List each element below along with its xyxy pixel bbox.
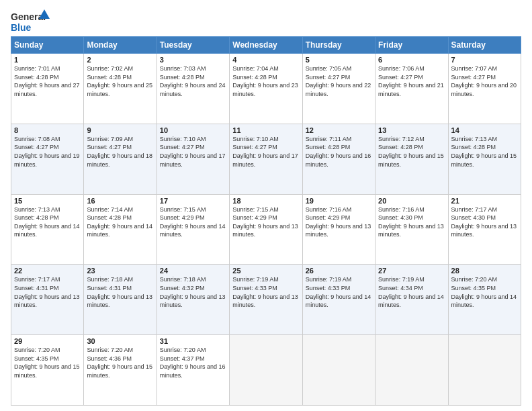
- day-number: 4: [232, 56, 299, 64]
- day-number: 6: [378, 56, 445, 64]
- calendar-cell: 17Sunrise: 7:15 AMSunset: 4:29 PMDayligh…: [157, 194, 229, 265]
- calendar-cell: 19Sunrise: 7:16 AMSunset: 4:29 PMDayligh…: [302, 194, 375, 265]
- calendar-cell: 10Sunrise: 7:10 AMSunset: 4:27 PMDayligh…: [157, 124, 229, 194]
- day-number: 19: [306, 197, 372, 205]
- day-info: Sunrise: 7:06 AMSunset: 4:27 PMDaylight:…: [378, 64, 445, 98]
- day-number: 16: [87, 197, 153, 205]
- day-number: 31: [160, 337, 226, 345]
- day-number: 3: [160, 56, 226, 64]
- calendar-cell: 18Sunrise: 7:15 AMSunset: 4:29 PMDayligh…: [230, 194, 302, 265]
- calendar-week-4: 22Sunrise: 7:17 AMSunset: 4:31 PMDayligh…: [11, 265, 521, 335]
- day-number: 21: [451, 197, 518, 205]
- calendar-table: SundayMondayTuesdayWednesdayThursdayFrid…: [11, 36, 521, 406]
- calendar-cell: 31Sunrise: 7:20 AMSunset: 4:37 PMDayligh…: [157, 335, 229, 406]
- header-day-tuesday: Tuesday: [157, 37, 229, 54]
- calendar-cell: 8Sunrise: 7:08 AMSunset: 4:27 PMDaylight…: [11, 124, 84, 194]
- calendar-cell: 24Sunrise: 7:18 AMSunset: 4:32 PMDayligh…: [157, 265, 229, 335]
- calendar-cell: 13Sunrise: 7:12 AMSunset: 4:28 PMDayligh…: [375, 124, 448, 194]
- calendar-cell: 28Sunrise: 7:20 AMSunset: 4:35 PMDayligh…: [448, 265, 521, 335]
- day-number: 20: [378, 197, 445, 205]
- calendar-cell: 9Sunrise: 7:09 AMSunset: 4:27 PMDaylight…: [84, 124, 157, 194]
- header-day-saturday: Saturday: [448, 37, 521, 54]
- calendar-cell: 29Sunrise: 7:20 AMSunset: 4:35 PMDayligh…: [11, 335, 84, 406]
- day-info: Sunrise: 7:13 AMSunset: 4:28 PMDaylight:…: [14, 205, 81, 239]
- day-number: 1: [14, 56, 81, 64]
- day-info: Sunrise: 7:11 AMSunset: 4:28 PMDaylight:…: [306, 135, 372, 169]
- day-info: Sunrise: 7:08 AMSunset: 4:27 PMDaylight:…: [14, 135, 81, 169]
- day-number: 23: [87, 267, 153, 275]
- day-info: Sunrise: 7:01 AMSunset: 4:28 PMDaylight:…: [14, 64, 81, 98]
- day-number: 9: [87, 126, 153, 134]
- header-day-thursday: Thursday: [302, 37, 375, 54]
- calendar-cell: 12Sunrise: 7:11 AMSunset: 4:28 PMDayligh…: [302, 124, 375, 194]
- day-number: 14: [451, 126, 518, 134]
- day-info: Sunrise: 7:03 AMSunset: 4:28 PMDaylight:…: [160, 64, 226, 98]
- calendar-cell: [230, 335, 302, 406]
- day-info: Sunrise: 7:05 AMSunset: 4:27 PMDaylight:…: [306, 64, 372, 98]
- day-info: Sunrise: 7:18 AMSunset: 4:32 PMDaylight:…: [160, 275, 226, 309]
- calendar-cell: 16Sunrise: 7:14 AMSunset: 4:28 PMDayligh…: [84, 194, 157, 265]
- day-info: Sunrise: 7:17 AMSunset: 4:31 PMDaylight:…: [14, 275, 81, 309]
- day-info: Sunrise: 7:07 AMSunset: 4:27 PMDaylight:…: [451, 64, 518, 98]
- header-day-friday: Friday: [375, 37, 448, 54]
- calendar-cell: 22Sunrise: 7:17 AMSunset: 4:31 PMDayligh…: [11, 265, 84, 335]
- header: General Blue: [11, 8, 521, 34]
- day-info: Sunrise: 7:18 AMSunset: 4:31 PMDaylight:…: [87, 275, 153, 309]
- day-number: 18: [232, 197, 299, 205]
- calendar-cell: 7Sunrise: 7:07 AMSunset: 4:27 PMDaylight…: [448, 54, 521, 124]
- day-number: 25: [232, 267, 299, 275]
- calendar-cell: 23Sunrise: 7:18 AMSunset: 4:31 PMDayligh…: [84, 265, 157, 335]
- day-info: Sunrise: 7:16 AMSunset: 4:29 PMDaylight:…: [306, 205, 372, 239]
- day-info: Sunrise: 7:10 AMSunset: 4:27 PMDaylight:…: [160, 135, 226, 169]
- svg-text:Blue: Blue: [11, 22, 32, 33]
- calendar-cell: [448, 335, 521, 406]
- day-number: 8: [14, 126, 81, 134]
- day-number: 7: [451, 56, 518, 64]
- day-number: 26: [306, 267, 372, 275]
- day-number: 29: [14, 337, 81, 345]
- calendar-week-1: 1Sunrise: 7:01 AMSunset: 4:28 PMDaylight…: [11, 54, 521, 124]
- header-day-monday: Monday: [84, 37, 157, 54]
- day-number: 10: [160, 126, 226, 134]
- calendar-week-3: 15Sunrise: 7:13 AMSunset: 4:28 PMDayligh…: [11, 194, 521, 265]
- logo: General Blue: [11, 8, 51, 34]
- day-info: Sunrise: 7:20 AMSunset: 4:35 PMDaylight:…: [451, 275, 518, 309]
- calendar-cell: [302, 335, 375, 406]
- day-info: Sunrise: 7:20 AMSunset: 4:35 PMDaylight:…: [14, 346, 81, 379]
- calendar-cell: 25Sunrise: 7:19 AMSunset: 4:33 PMDayligh…: [230, 265, 302, 335]
- day-info: Sunrise: 7:17 AMSunset: 4:30 PMDaylight:…: [451, 205, 518, 239]
- day-number: 17: [160, 197, 226, 205]
- calendar-cell: 21Sunrise: 7:17 AMSunset: 4:30 PMDayligh…: [448, 194, 521, 265]
- day-info: Sunrise: 7:04 AMSunset: 4:28 PMDaylight:…: [232, 64, 299, 98]
- calendar-cell: 11Sunrise: 7:10 AMSunset: 4:27 PMDayligh…: [230, 124, 302, 194]
- day-number: 30: [87, 337, 153, 345]
- day-info: Sunrise: 7:12 AMSunset: 4:28 PMDaylight:…: [378, 135, 445, 169]
- calendar-cell: 5Sunrise: 7:05 AMSunset: 4:27 PMDaylight…: [302, 54, 375, 124]
- calendar-cell: 26Sunrise: 7:19 AMSunset: 4:33 PMDayligh…: [302, 265, 375, 335]
- day-info: Sunrise: 7:20 AMSunset: 4:36 PMDaylight:…: [87, 346, 153, 379]
- day-info: Sunrise: 7:09 AMSunset: 4:27 PMDaylight:…: [87, 135, 153, 169]
- calendar-cell: 20Sunrise: 7:16 AMSunset: 4:30 PMDayligh…: [375, 194, 448, 265]
- header-day-sunday: Sunday: [11, 37, 84, 54]
- day-info: Sunrise: 7:15 AMSunset: 4:29 PMDaylight:…: [160, 205, 226, 239]
- day-number: 13: [378, 126, 445, 134]
- calendar-cell: 15Sunrise: 7:13 AMSunset: 4:28 PMDayligh…: [11, 194, 84, 265]
- calendar-week-2: 8Sunrise: 7:08 AMSunset: 4:27 PMDaylight…: [11, 124, 521, 194]
- day-number: 24: [160, 267, 226, 275]
- day-number: 2: [87, 56, 153, 64]
- day-number: 27: [378, 267, 445, 275]
- day-number: 22: [14, 267, 81, 275]
- calendar-cell: 6Sunrise: 7:06 AMSunset: 4:27 PMDaylight…: [375, 54, 448, 124]
- day-info: Sunrise: 7:02 AMSunset: 4:28 PMDaylight:…: [87, 64, 153, 98]
- calendar-cell: 27Sunrise: 7:19 AMSunset: 4:34 PMDayligh…: [375, 265, 448, 335]
- calendar-cell: 2Sunrise: 7:02 AMSunset: 4:28 PMDaylight…: [84, 54, 157, 124]
- day-info: Sunrise: 7:14 AMSunset: 4:28 PMDaylight:…: [87, 205, 153, 239]
- calendar-cell: [375, 335, 448, 406]
- page: General Blue SundayMondayTuesdayWednesda…: [0, 0, 532, 411]
- calendar-cell: 30Sunrise: 7:20 AMSunset: 4:36 PMDayligh…: [84, 335, 157, 406]
- day-info: Sunrise: 7:10 AMSunset: 4:27 PMDaylight:…: [232, 135, 299, 169]
- calendar-week-5: 29Sunrise: 7:20 AMSunset: 4:35 PMDayligh…: [11, 335, 521, 406]
- day-info: Sunrise: 7:19 AMSunset: 4:33 PMDaylight:…: [306, 275, 372, 309]
- day-number: 11: [232, 126, 299, 134]
- day-info: Sunrise: 7:20 AMSunset: 4:37 PMDaylight:…: [160, 346, 226, 379]
